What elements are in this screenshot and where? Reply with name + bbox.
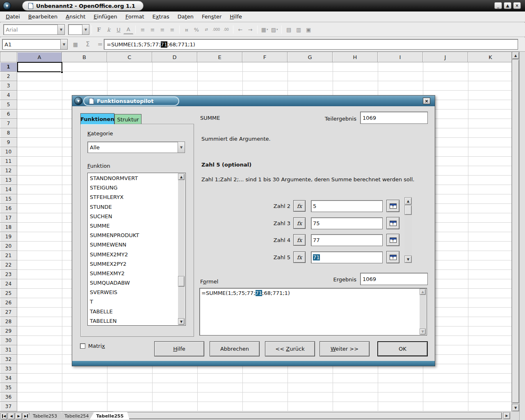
row-header-33[interactable]: 33 [0, 364, 17, 374]
function-list-item[interactable]: STFEHLERYX [88, 192, 178, 202]
formula-input[interactable]: =SUMME(1;5;75;77;71;68;771;1) [104, 39, 518, 50]
row-header-8[interactable]: 8 [0, 128, 17, 138]
function-list-scrollbar[interactable]: ▲ ▼ [178, 173, 185, 325]
column-header-C[interactable]: C [107, 52, 152, 62]
arguments-scrollbar[interactable]: ▲ ▼ [404, 197, 412, 263]
arg-input-zahl-5[interactable]: 71 [311, 251, 383, 263]
help-button[interactable]: Hilfe [154, 341, 204, 356]
matrix-checkbox[interactable] [80, 343, 85, 349]
sum-icon[interactable]: Σ [83, 39, 93, 49]
shrink-button[interactable] [386, 234, 399, 246]
scroll-right-button[interactable]: ▶ [503, 412, 510, 419]
horizontal-scrollbar[interactable]: ◀ ▶ [113, 411, 511, 420]
arg-input-zahl-3[interactable]: 75 [311, 217, 383, 229]
row-header-31[interactable]: 31 [0, 345, 17, 355]
function-list-item[interactable]: SUMMEXMY2 [88, 269, 178, 278]
align-right-icon[interactable]: ≡ [158, 25, 167, 34]
scroll-thumb[interactable] [404, 205, 412, 215]
fx-button[interactable]: fx [293, 200, 306, 212]
menu-item-hilfe[interactable]: Hilfe [226, 12, 246, 21]
fx-button[interactable]: fx [293, 251, 306, 263]
menu-item-extras[interactable]: Extras [148, 12, 173, 21]
scroll-down-button[interactable]: ▼ [512, 404, 519, 411]
function-list-item[interactable]: SUMQUADABW [88, 278, 178, 288]
percent-format-icon[interactable]: % [192, 25, 201, 34]
function-list-item[interactable]: STEIGUNG [88, 183, 178, 192]
row-header-5[interactable]: 5 [0, 100, 17, 110]
row-header-24[interactable]: 24 [0, 279, 17, 289]
row-header-28[interactable]: 28 [0, 317, 17, 326]
menu-item-daten[interactable]: Daten [173, 12, 198, 21]
scroll-up-button[interactable]: ▲ [420, 289, 426, 295]
tab-struktur[interactable]: Struktur [114, 114, 142, 124]
menu-item-bearbeiten[interactable]: Bearbeiten [24, 12, 62, 21]
back-button[interactable]: << Zurück [265, 341, 315, 356]
row-header-17[interactable]: 17 [0, 213, 17, 223]
row-header-19[interactable]: 19 [0, 232, 17, 242]
font-name-combo[interactable]: Arial ▼ [3, 24, 65, 35]
increase-indent-icon[interactable]: → [245, 25, 255, 34]
fx-button[interactable]: fx [293, 217, 306, 229]
cell-reference-box[interactable]: A1 ▼ [2, 39, 68, 50]
italic-icon[interactable]: k [104, 25, 114, 34]
tab-funktionen[interactable]: Funktionen [80, 113, 114, 124]
chevron-down-icon[interactable]: ▼ [178, 142, 185, 153]
menu-item-ansicht[interactable]: Ansicht [62, 12, 89, 21]
row-header-22[interactable]: 22 [0, 260, 17, 270]
align-left-icon[interactable]: ≡ [138, 25, 148, 34]
row-header-9[interactable]: 9 [0, 138, 17, 147]
maximize-button[interactable]: ▲ [504, 2, 511, 9]
row-header-14[interactable]: 14 [0, 185, 17, 194]
standard-format-icon[interactable]: ⇄ [201, 25, 211, 34]
close-button[interactable]: × [513, 2, 521, 9]
function-list-item[interactable]: T [88, 297, 178, 306]
sheet-tab-tabelle255[interactable]: Tabelle255 [90, 412, 130, 420]
column-header-D[interactable]: D [152, 52, 197, 62]
shrink-button[interactable] [386, 251, 399, 263]
scroll-down-button[interactable]: ▼ [178, 318, 185, 325]
vertical-scrollbar[interactable]: ▲ ▼ [511, 52, 519, 411]
category-select[interactable]: Alle ▼ [87, 142, 185, 153]
scroll-down-button[interactable]: ▼ [404, 256, 412, 263]
row-header-26[interactable]: 26 [0, 298, 17, 308]
shrink-button[interactable] [386, 200, 399, 212]
background-color-icon[interactable]: ▨▾ [269, 25, 279, 34]
row-header-23[interactable]: 23 [0, 270, 17, 279]
row-header-15[interactable]: 15 [0, 194, 17, 204]
sheet-tab-tabelle254[interactable]: Tabelle254 [58, 412, 94, 420]
function-list-item[interactable]: STUNDE [88, 202, 178, 212]
column-header-B[interactable]: B [62, 52, 107, 62]
function-list-item[interactable]: SUMMENPRODUKT [88, 231, 178, 240]
function-list-item[interactable]: SUMME [88, 221, 178, 231]
vertical-scroll-thumb[interactable] [512, 59, 519, 403]
column-header-K[interactable]: K [468, 52, 511, 62]
row-header-2[interactable]: 2 [0, 72, 17, 81]
scroll-up-button[interactable]: ▲ [512, 52, 519, 59]
column-header-H[interactable]: H [333, 52, 378, 62]
row-header-4[interactable]: 4 [0, 91, 17, 100]
row-header-13[interactable]: 13 [0, 176, 17, 185]
decrease-indent-icon[interactable]: ← [235, 25, 245, 34]
align-center-icon[interactable]: ≡ [148, 25, 158, 34]
row-header-30[interactable]: 30 [0, 336, 17, 345]
column-header-F[interactable]: F [242, 52, 288, 62]
row-header-20[interactable]: 20 [0, 242, 17, 251]
function-list[interactable]: STANDNORMVERTSTEIGUNGSTFEHLERYXSTUNDESUC… [87, 173, 186, 326]
font-size-combo[interactable]: ▼ [68, 24, 89, 35]
function-list-item[interactable]: SVERWEIS [88, 288, 178, 297]
add-decimal-icon[interactable]: .000 [211, 25, 221, 34]
function-list-item[interactable]: SUMMEX2PY2 [88, 259, 178, 269]
horizontal-scroll-thumb[interactable] [122, 412, 502, 419]
delete-decimal-icon[interactable]: .00 [221, 25, 231, 34]
scroll-thumb[interactable] [178, 276, 185, 287]
function-list-item[interactable]: TABELLE [88, 307, 178, 316]
column-header-A[interactable]: A [17, 52, 62, 62]
dialog-menu-button[interactable]: ▼ [74, 97, 82, 105]
row-header-12[interactable]: 12 [0, 166, 17, 176]
menu-item-fenster[interactable]: Fenster [198, 12, 226, 21]
next-button[interactable]: Weiter >> [320, 341, 370, 356]
borders-icon[interactable]: ▦▾ [260, 25, 269, 34]
row-height-icon[interactable]: ▤ [284, 25, 294, 34]
menu-item-einfügen[interactable]: Einfügen [89, 12, 121, 21]
scroll-down-button[interactable]: ▼ [420, 329, 426, 335]
